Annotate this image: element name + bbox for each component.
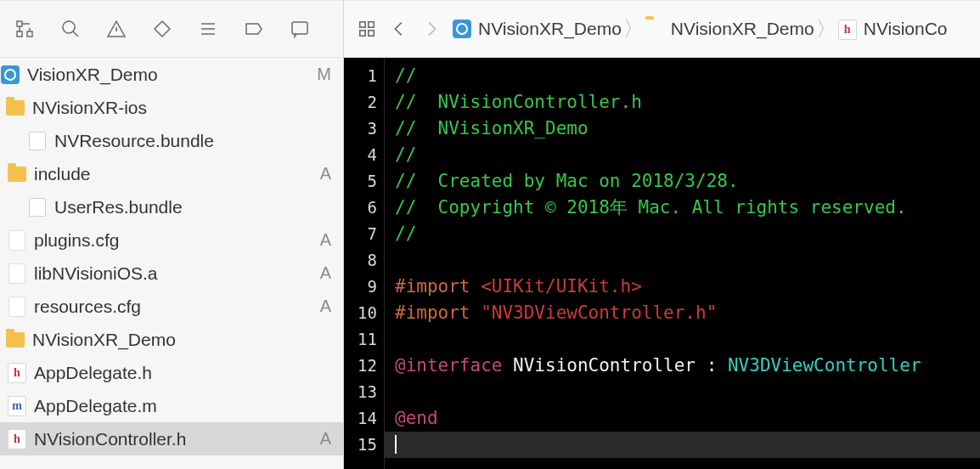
scm-status: A <box>309 230 331 250</box>
breadcrumb-label: NVisionCo <box>864 19 948 39</box>
tree-row[interactable]: VisionXR_DemoM <box>0 58 343 91</box>
code-line[interactable]: // Copyright © 2018年 Mac. All rights res… <box>395 195 980 221</box>
forward-icon[interactable] <box>420 18 442 40</box>
tree-row-label: libNVisioniOS.a <box>34 263 309 284</box>
svg-rect-6 <box>369 22 374 27</box>
tree-row[interactable]: resources.cfgA <box>0 290 343 323</box>
tree-row-label: NVisionXR-ios <box>32 98 309 118</box>
scm-status: A <box>309 429 331 449</box>
h-file-icon: h <box>7 429 27 449</box>
tree-row[interactable]: includeA <box>0 157 343 190</box>
code-line[interactable]: // Created by Mac on 2018/3/28. <box>395 168 980 195</box>
h-file-icon: h <box>7 363 27 383</box>
bundle-icon <box>27 197 48 218</box>
project-navigator: VisionXR_DemoMNVisionXR-iosNVResource.bu… <box>0 0 344 469</box>
warning-icon[interactable] <box>105 18 127 40</box>
code-line[interactable] <box>395 326 980 353</box>
tree-row-label: UserRes.bundle <box>54 197 309 218</box>
tree-row-label: resources.cfg <box>34 297 309 317</box>
file-icon <box>7 297 27 317</box>
svg-rect-8 <box>369 31 374 36</box>
tree-row[interactable]: libNVisioniOS.aA <box>0 257 343 290</box>
svg-rect-4 <box>292 22 307 34</box>
code-line[interactable] <box>395 379 980 405</box>
code-editor[interactable]: 123456789101112131415 //// NVisionContro… <box>344 58 980 469</box>
structure-icon[interactable] <box>14 18 36 40</box>
tree-row-label: VisionXR_Demo <box>27 65 309 85</box>
editor-pane: NVisionXR_Demo〉NVisionXR_Demo〉hNVisionCo… <box>344 0 980 469</box>
scm-status: A <box>309 263 331 283</box>
svg-rect-1 <box>17 31 22 37</box>
tree-row-label: AppDelegate.m <box>34 396 309 416</box>
file-tree[interactable]: VisionXR_DemoMNVisionXR-iosNVResource.bu… <box>0 58 343 469</box>
xcode-window: VisionXR_DemoMNVisionXR-iosNVResource.bu… <box>0 0 980 469</box>
back-icon[interactable] <box>388 18 410 40</box>
tree-row[interactable]: mAppDelegate.m <box>0 389 343 422</box>
tree-row-label: AppDelegate.h <box>34 363 309 383</box>
svg-rect-5 <box>360 22 365 27</box>
folder-icon <box>645 20 664 38</box>
bundle-icon <box>27 131 48 151</box>
tree-row[interactable]: hNVisionController.hA <box>0 422 343 455</box>
search-icon[interactable] <box>59 18 82 40</box>
tree-row[interactable]: NVisionXR-ios <box>0 91 343 124</box>
breadcrumb-segment[interactable]: NVisionXR_Demo <box>453 19 622 39</box>
code-line[interactable]: // <box>395 221 980 247</box>
svg-rect-0 <box>17 21 22 26</box>
svg-point-3 <box>63 21 75 33</box>
breadcrumb-label: NVisionXR_Demo <box>478 19 622 39</box>
code-line[interactable] <box>395 247 980 274</box>
file-icon <box>7 230 27 251</box>
tree-row[interactable]: NVisionXR_Demo <box>0 323 343 356</box>
m-file-icon: m <box>7 396 27 416</box>
breadcrumb-segment[interactable]: hNVisionCo <box>838 19 948 39</box>
scm-status: A <box>309 164 331 184</box>
code-line[interactable]: // <box>395 63 980 89</box>
project-icon <box>453 20 471 38</box>
tree-row[interactable]: NVResource.bundle <box>0 124 343 157</box>
editor-jump-bar: NVisionXR_Demo〉NVisionXR_Demo〉hNVisionCo <box>344 0 980 58</box>
code-body[interactable]: //// NVisionController.h// NVisionXR_Dem… <box>385 58 980 469</box>
folder-icon <box>7 164 27 184</box>
tree-row-label: NVResource.bundle <box>54 131 309 151</box>
breadcrumb[interactable]: NVisionXR_Demo〉NVisionXR_Demo〉hNVisionCo <box>453 15 948 42</box>
folder-icon <box>5 330 25 350</box>
code-line[interactable]: // <box>395 142 980 168</box>
diamond-icon[interactable] <box>151 18 173 40</box>
code-line[interactable]: #import <UIKit/UIKit.h> <box>395 274 980 300</box>
folder-icon <box>5 98 25 118</box>
tree-row-label: NVisionXR_Demo <box>32 330 309 350</box>
chevron-right-icon: 〉 <box>622 15 645 42</box>
tag-icon[interactable] <box>243 18 265 40</box>
code-line[interactable]: @end <box>395 405 980 432</box>
navigator-filter-bar <box>0 0 343 58</box>
line-gutter: 123456789101112131415 <box>344 58 385 469</box>
file-icon <box>7 263 27 284</box>
breadcrumb-label: NVisionXR_Demo <box>671 19 814 39</box>
tree-row[interactable]: plugins.cfgA <box>0 223 343 257</box>
tree-row[interactable]: hAppDelegate.h <box>0 356 343 389</box>
chevron-right-icon: 〉 <box>814 15 838 42</box>
related-items-icon[interactable] <box>356 18 378 40</box>
tree-row-label: NVisionController.h <box>34 429 309 449</box>
svg-rect-2 <box>27 31 32 37</box>
code-line[interactable]: @interface NVisionController : NV3DViewC… <box>395 353 980 379</box>
tree-row-label: plugins.cfg <box>34 230 309 251</box>
scm-status: A <box>309 297 331 316</box>
tree-row-label: include <box>34 164 309 184</box>
code-line[interactable] <box>395 432 980 458</box>
tree-row[interactable]: UserRes.bundle <box>0 190 343 223</box>
svg-rect-7 <box>360 31 365 36</box>
code-line[interactable]: // NVisionXR_Demo <box>395 116 980 142</box>
text-cursor <box>395 435 397 454</box>
list-icon[interactable] <box>197 18 219 40</box>
h-file-icon: h <box>838 20 857 38</box>
project-icon <box>0 65 20 85</box>
code-line[interactable]: // NVisionController.h <box>395 89 980 116</box>
chat-icon[interactable] <box>289 18 311 40</box>
code-line[interactable]: #import "NV3DViewController.h" <box>395 300 980 326</box>
breadcrumb-segment[interactable]: NVisionXR_Demo <box>645 19 814 39</box>
scm-status: M <box>309 65 331 84</box>
